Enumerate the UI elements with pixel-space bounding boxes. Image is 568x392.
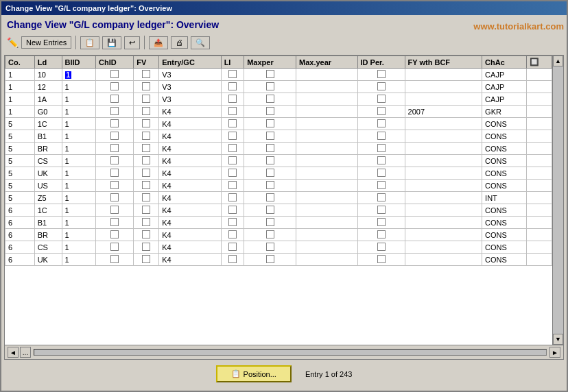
table-row[interactable]: 11A1V3CAJP (5, 93, 552, 106)
checkbox[interactable] (142, 70, 150, 78)
cell-fv[interactable] (134, 155, 159, 167)
checkbox[interactable] (110, 119, 119, 127)
table-row[interactable]: 5Z51K4INT (5, 192, 552, 204)
checkbox[interactable] (377, 255, 386, 263)
cell-fv[interactable] (134, 229, 159, 241)
horizontal-scroll-left[interactable]: ◄ ... (8, 347, 31, 358)
cell-fv[interactable] (134, 241, 159, 254)
table-row[interactable]: 5UK1K4CONS (5, 167, 552, 180)
checkbox[interactable] (228, 70, 237, 78)
checkbox[interactable] (228, 107, 237, 115)
print-button[interactable]: 🖨 (171, 36, 188, 49)
checkbox[interactable] (228, 243, 237, 251)
checkbox[interactable] (266, 181, 274, 189)
cell-li[interactable] (221, 93, 244, 106)
cell-idper[interactable] (357, 217, 405, 229)
cell-li[interactable] (221, 254, 244, 266)
cell-li[interactable] (221, 167, 244, 180)
checkbox[interactable] (266, 70, 274, 78)
cell-idper[interactable] (357, 143, 405, 155)
scroll-track[interactable] (553, 66, 563, 334)
checkbox[interactable] (142, 156, 150, 164)
scroll-right-button[interactable]: ► (549, 347, 560, 358)
save-button[interactable]: 💾 (102, 36, 121, 49)
checkbox[interactable] (110, 95, 119, 103)
checkbox[interactable] (266, 255, 274, 263)
table-row[interactable]: 5B11K4CONS (5, 130, 552, 143)
cell-maxper[interactable] (244, 217, 296, 229)
find-button[interactable]: 🔍 (191, 36, 210, 49)
cell-maxper[interactable] (244, 118, 296, 130)
cell-fv[interactable] (134, 93, 159, 106)
cell-idper[interactable] (357, 81, 405, 93)
checkbox[interactable] (266, 230, 274, 238)
cell-maxper[interactable] (244, 241, 296, 254)
cell-fv[interactable] (134, 204, 159, 217)
cell-idper[interactable] (357, 167, 405, 180)
cell-fv[interactable] (134, 180, 159, 192)
cell-chid[interactable] (96, 254, 134, 266)
checkbox[interactable] (377, 169, 386, 177)
checkbox[interactable] (377, 156, 386, 164)
table-row[interactable]: 5CS1K4CONS (5, 155, 552, 167)
scroll-left-button[interactable]: ◄ (8, 347, 19, 358)
cell-li[interactable] (221, 106, 244, 118)
checkbox[interactable] (228, 218, 237, 226)
checkbox[interactable] (142, 218, 150, 226)
cell-fv[interactable] (134, 217, 159, 229)
table-row[interactable]: 6B11K4CONS (5, 217, 552, 229)
cell-li[interactable] (221, 241, 244, 254)
cell-maxper[interactable] (244, 167, 296, 180)
cell-chid[interactable] (96, 106, 134, 118)
cell-chid[interactable] (96, 118, 134, 130)
cell-chid[interactable] (96, 93, 134, 106)
checkbox[interactable] (228, 193, 237, 201)
checkbox[interactable] (142, 132, 150, 140)
horizontal-scroll-track[interactable] (34, 349, 547, 356)
checkbox[interactable] (142, 230, 150, 238)
cell-li[interactable] (221, 81, 244, 93)
checkbox[interactable] (228, 206, 237, 214)
checkbox[interactable] (377, 107, 386, 115)
cell-chid[interactable] (96, 167, 134, 180)
cell-li[interactable] (221, 69, 244, 81)
cell-idper[interactable] (357, 241, 405, 254)
cell-chid[interactable] (96, 217, 134, 229)
checkbox[interactable] (228, 144, 237, 152)
cell-fv[interactable] (134, 143, 159, 155)
checkbox[interactable] (110, 132, 119, 140)
checkbox[interactable] (142, 119, 150, 127)
cell-maxper[interactable] (244, 93, 296, 106)
table-wrapper[interactable]: Co. Ld BlID ChID FV Entry/GC LI Maxper M… (5, 56, 552, 345)
cell-maxper[interactable] (244, 180, 296, 192)
checkbox[interactable] (142, 95, 150, 103)
cell-idper[interactable] (357, 229, 405, 241)
cell-idper[interactable] (357, 118, 405, 130)
scroll-more-button[interactable]: ... (20, 347, 31, 358)
checkbox[interactable] (228, 156, 237, 164)
cell-chid[interactable] (96, 241, 134, 254)
checkbox[interactable] (377, 230, 386, 238)
checkbox[interactable] (266, 95, 274, 103)
table-row[interactable]: 1121V3CAJP (5, 81, 552, 93)
table-row[interactable]: 5US1K4CONS (5, 180, 552, 192)
cell-chid[interactable] (96, 192, 134, 204)
scroll-up-button[interactable]: ▲ (553, 56, 563, 66)
checkbox[interactable] (142, 107, 150, 115)
checkbox[interactable] (110, 144, 119, 152)
cell-idper[interactable] (357, 130, 405, 143)
checkbox[interactable] (266, 156, 274, 164)
cell-chid[interactable] (96, 143, 134, 155)
checkbox[interactable] (266, 82, 274, 90)
checkbox[interactable] (142, 193, 150, 201)
cell-li[interactable] (221, 229, 244, 241)
cell-fv[interactable] (134, 69, 159, 81)
checkbox[interactable] (110, 169, 119, 177)
cell-maxper[interactable] (244, 192, 296, 204)
checkbox[interactable] (110, 243, 119, 251)
cell-maxper[interactable] (244, 106, 296, 118)
checkbox[interactable] (110, 107, 119, 115)
checkbox[interactable] (228, 255, 237, 263)
checkbox[interactable] (377, 218, 386, 226)
checkbox[interactable] (110, 82, 119, 90)
